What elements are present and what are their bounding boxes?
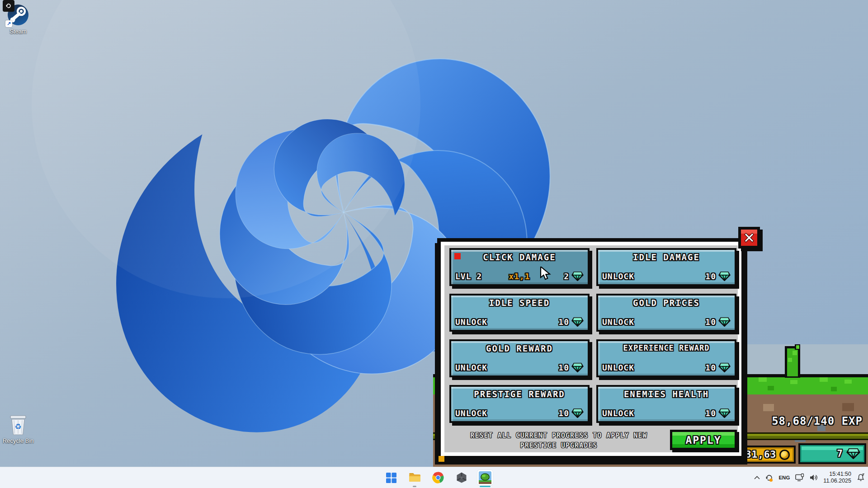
apply-button[interactable]: APPLY bbox=[670, 430, 737, 450]
gem-icon bbox=[571, 363, 584, 372]
upgrade-cost: 10 bbox=[705, 408, 716, 418]
prestige-upgrades-body: CLICK DAMAGE LVL 2 x1,1 2 IDLE DAMAGE UN… bbox=[441, 242, 741, 456]
clock-date: 11.06.2025 bbox=[823, 478, 851, 484]
sync-status-icon[interactable] bbox=[765, 474, 774, 482]
file-explorer-icon bbox=[409, 472, 421, 483]
gem-icon bbox=[718, 317, 731, 327]
notification-bell-icon[interactable] bbox=[856, 473, 865, 482]
upgrade-cost: 10 bbox=[705, 363, 716, 372]
recycle-bin-icon: ♻ bbox=[9, 415, 28, 436]
upgrade-title: ENEMIES HEALTH bbox=[598, 389, 735, 399]
prestige-upgrades-window: CLICK DAMAGE LVL 2 x1,1 2 IDLE DAMAGE UN… bbox=[437, 238, 745, 460]
file-explorer-button[interactable] bbox=[407, 470, 422, 485]
clock-time: 15:41:50 bbox=[823, 471, 851, 478]
gold-counter: 31,63 bbox=[740, 446, 796, 464]
upgrade-status: UNLOCK bbox=[455, 317, 487, 327]
steam-sync-badge bbox=[3, 0, 14, 12]
start-button[interactable] bbox=[383, 470, 399, 485]
exp-counter: 58,68/140 EXP bbox=[772, 415, 863, 427]
upgrade-card-click-damage[interactable]: CLICK DAMAGE LVL 2 x1,1 2 bbox=[449, 248, 590, 286]
gem-icon bbox=[571, 408, 584, 418]
tray-chevron-icon[interactable] bbox=[754, 476, 760, 479]
gem-icon bbox=[718, 272, 731, 281]
upgrade-card-prestige-reward[interactable]: PRESTIGE REWARD UNLOCK 10 bbox=[449, 385, 590, 423]
upgrade-title: PRESTIGE REWARD bbox=[451, 389, 588, 399]
upgrade-card-gold-reward[interactable]: GOLD REWARD UNLOCK 10 bbox=[449, 339, 590, 377]
upgrade-multiplier: x1,1 bbox=[455, 272, 584, 281]
chrome-button[interactable] bbox=[430, 470, 446, 485]
upgrade-cost: 10 bbox=[705, 272, 716, 281]
unity-launcher-button[interactable] bbox=[454, 470, 469, 485]
taskbar: ENG 15:41:50 11.06.2025 bbox=[0, 467, 868, 488]
coin-pixel-artifact bbox=[439, 456, 444, 462]
shortcut-arrow-icon: ↗ bbox=[5, 20, 12, 27]
upgrade-status: UNLOCK bbox=[455, 363, 487, 372]
unity-icon bbox=[456, 472, 467, 483]
upgrade-title: IDLE DAMAGE bbox=[598, 252, 735, 262]
volume-icon[interactable] bbox=[809, 474, 818, 482]
gem-counter: 7 bbox=[798, 443, 866, 464]
close-icon bbox=[744, 233, 754, 243]
close-button[interactable] bbox=[738, 227, 760, 249]
upgrade-status: UNLOCK bbox=[602, 317, 634, 327]
reset-warning-text: RESET ALL CURRENT PROGRESS TO APPLY NEW … bbox=[451, 431, 667, 450]
upgrade-status: UNLOCK bbox=[602, 408, 634, 418]
reset-warning-line1: RESET ALL CURRENT PROGRESS TO APPLY NEW bbox=[451, 431, 667, 441]
upgrade-title: IDLE SPEED bbox=[451, 298, 588, 308]
upgrade-card-experience-reward[interactable]: EXPERIENCE REWARD UNLOCK 10 bbox=[596, 339, 736, 377]
upgrade-status: UNLOCK bbox=[602, 363, 634, 372]
upgrade-cost: 10 bbox=[705, 317, 716, 327]
windows-start-icon bbox=[386, 472, 397, 483]
gem-icon bbox=[718, 363, 731, 372]
upgrade-cost: 10 bbox=[558, 363, 569, 372]
running-indicator bbox=[413, 486, 416, 487]
game-taskbar-button[interactable] bbox=[477, 470, 493, 485]
clock[interactable]: 15:41:50 11.06.2025 bbox=[823, 471, 851, 484]
chrome-icon bbox=[432, 472, 444, 483]
apply-button-label: APPLY bbox=[685, 434, 721, 446]
svg-text:♻: ♻ bbox=[14, 422, 21, 431]
upgrade-card-enemies-health[interactable]: ENEMIES HEALTH UNLOCK 10 bbox=[596, 385, 736, 423]
upgrade-card-idle-damage[interactable]: IDLE DAMAGE UNLOCK 10 bbox=[596, 248, 736, 286]
upgrade-status: UNLOCK bbox=[602, 272, 634, 281]
upgrade-card-gold-prices[interactable]: GOLD PRICES UNLOCK 10 bbox=[596, 294, 736, 332]
mouse-cursor bbox=[540, 267, 552, 282]
active-app-indicator bbox=[480, 486, 491, 487]
plant-sprite bbox=[785, 344, 800, 378]
desktop-icon-steam[interactable]: ↗ Steam bbox=[1, 3, 35, 35]
desktop-icon-recycle-bin[interactable]: ♻ Recycle Bin bbox=[1, 412, 35, 444]
gem-icon bbox=[571, 317, 584, 327]
upgrade-title: CLICK DAMAGE bbox=[451, 252, 588, 262]
upgrade-card-idle-speed[interactable]: IDLE SPEED UNLOCK 10 bbox=[449, 294, 590, 332]
upgrade-cost: 10 bbox=[558, 317, 569, 327]
desktop-icon-label: Recycle Bin bbox=[1, 437, 35, 444]
game-app-icon bbox=[479, 471, 491, 484]
upgrade-title: GOLD PRICES bbox=[598, 298, 735, 308]
coin-icon bbox=[779, 450, 790, 460]
gem-icon bbox=[718, 408, 731, 418]
gem-icon bbox=[846, 448, 860, 459]
upgrade-status: UNLOCK bbox=[455, 408, 487, 418]
upgrade-title: EXPERIENCE REWARD bbox=[598, 343, 735, 352]
network-icon[interactable] bbox=[795, 473, 804, 482]
upgrade-cost: 10 bbox=[558, 408, 569, 418]
desktop-icon-label: Steam bbox=[1, 28, 35, 35]
upgrade-title: GOLD REWARD bbox=[451, 343, 588, 353]
reset-warning-line2: PRESTIGE UPGRADES bbox=[451, 441, 667, 450]
language-indicator[interactable]: ENG bbox=[778, 475, 790, 480]
gold-amount: 31,63 bbox=[745, 449, 776, 460]
gem-amount: 7 bbox=[837, 448, 843, 459]
